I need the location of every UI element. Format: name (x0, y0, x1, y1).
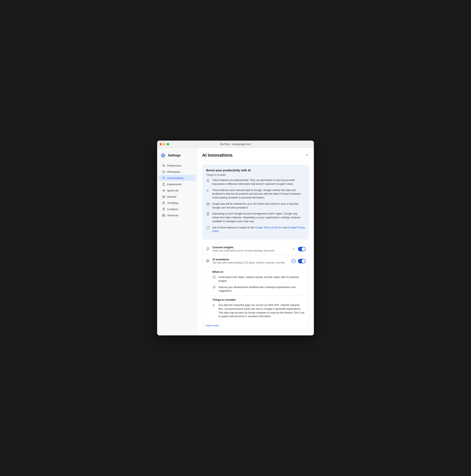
sidebar-item-workspace[interactable]: Workspace (159, 169, 195, 175)
svg-text:G: G (207, 189, 209, 192)
keyboard-icon (162, 214, 165, 217)
ai-assistance-consider-section: Things to consider G Any data the inspec… (202, 295, 309, 323)
main-content: AI innovations × Boost your productivity… (197, 148, 314, 335)
google-g-icon: G (206, 188, 210, 192)
minimize-window-btn[interactable] (163, 143, 166, 145)
pin-icon (162, 207, 165, 211)
sidebar-title: Settings (168, 154, 181, 157)
info-card: Boost your productivity with AI Things t… (202, 165, 309, 240)
main-window: DevTools - www.google.com/ Settings (157, 141, 314, 335)
folder-icon (162, 170, 165, 173)
feature-card: Console Insights Helps you understand an… (202, 243, 309, 331)
ai-assistance-toggle[interactable] (298, 259, 306, 263)
devices-icon (162, 195, 165, 198)
svg-point-1 (162, 155, 164, 156)
svg-point-30 (208, 180, 208, 180)
console-insights-title: Console Insights (212, 246, 289, 249)
google-g-icon-2: G (212, 303, 216, 307)
things-to-consider-label: Things to consider (206, 173, 305, 176)
info-item-text-experimental: These features are experimental. They us… (212, 178, 305, 186)
document-icon (206, 212, 210, 216)
info-item-text-google-data: These features send relevant data to Goo… (212, 188, 305, 200)
ai-assistance-title: AI assistance (212, 258, 289, 261)
sidebar-item-shortcuts[interactable]: Shortcuts (159, 212, 195, 218)
sidebar-label-shortcuts: Shortcuts (167, 214, 178, 217)
ai-chat-icon (206, 259, 210, 263)
console-insights-info: Console Insights Helps you understand an… (212, 246, 289, 252)
sidebar-label-locations: Locations (167, 208, 178, 211)
info-item-account-mgmt: Depending on your Google account managem… (206, 212, 305, 223)
when-on-text-1: Understand CSS styles, network activity,… (218, 275, 306, 283)
console-insights-toggle[interactable] (298, 247, 306, 251)
shield-icon (206, 226, 210, 230)
main-header: AI innovations × (202, 153, 309, 161)
sparkle-icon (162, 176, 165, 180)
sidebar-label-ai-innovations: AI innovations (167, 177, 184, 180)
ai-assistance-info: AI assistance Get help with understandin… (212, 258, 289, 264)
info-item-text-terms: Use of these features is subject to the … (212, 226, 305, 233)
learn-more-section: Learn more (202, 323, 309, 330)
svg-point-18 (163, 208, 164, 209)
calendar-icon (206, 202, 210, 206)
when-on-label: When on (212, 270, 306, 273)
ai-assistance-desc: Get help with understanding CSS styles, … (212, 261, 289, 264)
sidebar-item-ai-innovations[interactable]: AI innovations (159, 175, 195, 181)
page-title: AI innovations (202, 153, 233, 158)
sidebar-item-ignore-list[interactable]: Ignore list (159, 187, 195, 193)
maximize-window-btn[interactable] (167, 143, 169, 145)
svg-point-48 (214, 276, 214, 277)
console-insights-desc: Helps you understand and fix console war… (212, 249, 289, 252)
sidebar-item-preferences[interactable]: Preferences (159, 162, 195, 169)
sidebar-item-locations[interactable]: Locations (159, 206, 195, 212)
close-window-btn[interactable] (159, 143, 162, 145)
svg-rect-14 (162, 196, 164, 197)
list-icon (162, 189, 165, 192)
learn-more-link[interactable]: Learn more (206, 324, 219, 327)
info-circle-icon (212, 275, 216, 279)
svg-point-45 (292, 259, 296, 263)
sidebar-label-preferences: Preferences (167, 164, 181, 167)
info-item-terms: Use of these features is subject to the … (206, 226, 305, 233)
lightbulb-icon (206, 247, 210, 251)
close-button[interactable]: × (305, 153, 309, 157)
sidebar-item-devices[interactable]: Devices (159, 194, 195, 200)
feature-row-ai-assistance: AI assistance Get help with understandin… (202, 255, 309, 267)
ai-assistance-chevron[interactable] (291, 259, 296, 264)
when-on-item-2: Improve your development workflow with c… (212, 285, 306, 293)
sidebar: Settings Preferences (157, 148, 197, 335)
svg-text:G: G (213, 304, 215, 307)
sidebar-header: Settings (157, 151, 197, 162)
google-tos-link[interactable]: Google Terms of Service (255, 226, 282, 229)
sidebar-item-throttling[interactable]: Throttling (159, 200, 195, 206)
consider-text-1: Any data the inspected page can access v… (218, 303, 306, 318)
sidebar-label-workspace: Workspace (167, 170, 180, 173)
flask-icon (162, 183, 165, 186)
svg-rect-32 (207, 203, 209, 205)
consider-item-1: G Any data the inspected page can access… (212, 303, 306, 318)
throttle-icon (162, 201, 165, 204)
window-title: DevTools - www.google.com/ (220, 143, 251, 146)
svg-point-11 (162, 190, 163, 190)
svg-point-13 (162, 191, 163, 191)
svg-line-49 (214, 286, 215, 287)
pencil-icon (212, 285, 216, 289)
sidebar-item-experiments[interactable]: Experiments (159, 181, 195, 187)
sidebar-label-ignore-list: Ignore list (167, 189, 178, 192)
sidebar-label-devices: Devices (167, 195, 176, 198)
info-item-usage-data: Usage data will be retained for up to 18… (206, 202, 305, 210)
console-insights-chevron[interactable] (291, 247, 296, 252)
ai-brain-icon (206, 179, 210, 182)
info-card-title: Boost your productivity with AI (206, 169, 305, 172)
settings-logo-icon (160, 153, 166, 158)
console-insights-actions (291, 247, 306, 252)
sidebar-label-experiments: Experiments (167, 183, 182, 186)
when-on-item-1: Understand CSS styles, network activity,… (212, 275, 306, 283)
gear-icon (162, 164, 165, 167)
svg-rect-19 (162, 215, 165, 216)
info-item-google-data: G These features send relevant data to G… (206, 188, 305, 200)
info-item-text-usage-data: Usage data will be retained for up to 18… (212, 202, 305, 210)
svg-point-6 (163, 165, 164, 166)
sidebar-label-throttling: Throttling (167, 202, 178, 204)
svg-point-12 (162, 190, 163, 191)
feature-row-console-insights: Console Insights Helps you understand an… (202, 243, 309, 255)
